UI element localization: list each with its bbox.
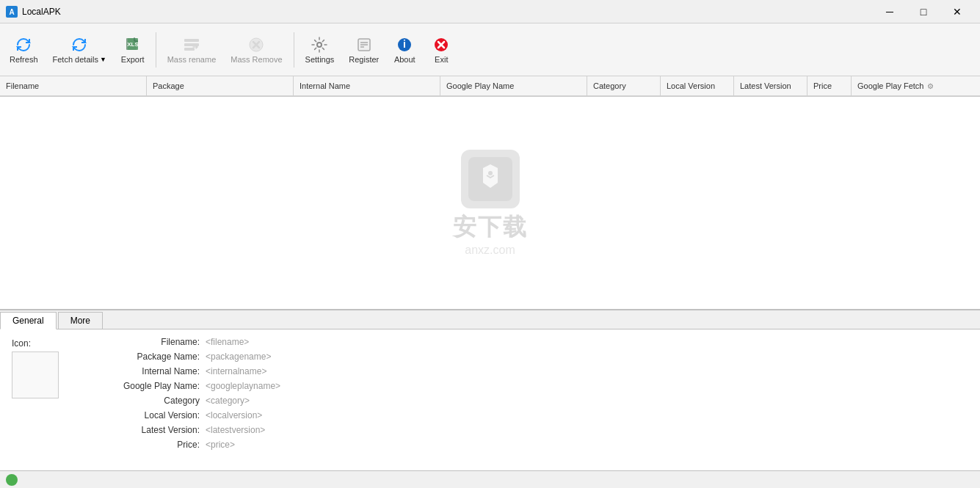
- main-table-area[interactable]: 安下载 anxz.com: [0, 97, 980, 309]
- watermark-subtext: anxz.com: [465, 244, 515, 257]
- tab-general[interactable]: General: [0, 312, 57, 329]
- field-label-internal: Internal Name:: [82, 365, 200, 378]
- mass-remove-button[interactable]: Mass Remove: [224, 26, 288, 73]
- tabs-row: General More: [0, 310, 980, 329]
- tab-more[interactable]: More: [58, 312, 103, 329]
- svg-rect-5: [184, 39, 199, 42]
- field-label-local-version: Local Version:: [82, 409, 200, 422]
- svg-point-22: [488, 171, 493, 175]
- about-button[interactable]: i About: [387, 26, 422, 73]
- field-value-package: <packagename>: [206, 350, 968, 363]
- field-label-price: Price:: [82, 438, 200, 451]
- settings-label: Settings: [305, 55, 335, 64]
- detail-panel: Icon: Filename: <filename> Package Name:…: [0, 329, 980, 470]
- export-button[interactable]: XLS Export: [115, 26, 151, 73]
- field-label-googleplay: Google Play Name:: [82, 379, 200, 393]
- about-icon: i: [396, 36, 413, 54]
- settings-icon: [311, 36, 328, 54]
- mass-remove-label: Mass Remove: [231, 55, 282, 64]
- title-bar: A LocalAPK ─ □ ✕: [0, 0, 980, 23]
- exit-icon: [432, 36, 450, 54]
- field-value-googleplay: <googleplayname>: [206, 379, 968, 393]
- col-latest-version[interactable]: Latest Version: [734, 76, 807, 95]
- col-price[interactable]: Price: [807, 76, 852, 95]
- field-label-filename: Filename:: [82, 335, 200, 349]
- icon-placeholder: [12, 352, 59, 398]
- icon-label: Icon:: [12, 338, 31, 349]
- refresh-button[interactable]: Refresh: [3, 26, 45, 73]
- status-bar: [0, 470, 980, 488]
- mass-rename-icon: [183, 36, 200, 54]
- register-label: Register: [349, 55, 379, 64]
- register-icon: [355, 36, 373, 54]
- svg-text:i: i: [403, 38, 406, 50]
- field-value-latest-version: <latestversion>: [206, 423, 968, 437]
- sort-icon: ⚙: [927, 82, 934, 90]
- field-value-price: <price>: [206, 438, 968, 451]
- export-icon: XLS: [124, 36, 142, 54]
- toolbar-separator-1: [156, 32, 156, 68]
- field-value-filename: <filename>: [206, 335, 968, 349]
- fetch-details-button[interactable]: Fetch details ▼: [46, 26, 113, 73]
- col-package[interactable]: Package: [147, 76, 294, 95]
- minimize-button[interactable]: ─: [873, 0, 907, 23]
- title-bar-left: A LocalAPK: [6, 6, 61, 18]
- export-label: Export: [121, 55, 145, 64]
- svg-rect-7: [184, 48, 195, 51]
- close-button[interactable]: ✕: [940, 0, 974, 23]
- app-title: LocalAPK: [22, 7, 61, 17]
- about-label: About: [394, 55, 415, 64]
- col-google-play-fetch[interactable]: Google Play Fetch ⚙: [852, 76, 980, 95]
- col-local-version[interactable]: Local Version: [661, 76, 734, 95]
- col-filename[interactable]: Filename: [0, 76, 147, 95]
- col-internal-name[interactable]: Internal Name: [294, 76, 440, 95]
- register-button[interactable]: Register: [342, 26, 385, 73]
- watermark: 安下载 anxz.com: [453, 150, 528, 257]
- watermark-icon: [461, 150, 520, 208]
- toolbar: Refresh Fetch details ▼ XLS Export: [0, 23, 980, 76]
- fetch-details-icon: [70, 36, 88, 54]
- detail-icon-area: Icon:: [12, 335, 70, 465]
- toolbar-separator-2: [294, 32, 294, 68]
- svg-text:XLS: XLS: [127, 41, 139, 48]
- bottom-panel: General More Icon: Filename: <filename> …: [0, 309, 980, 470]
- detail-fields: Filename: <filename> Package Name: <pack…: [82, 335, 968, 465]
- refresh-icon: [15, 36, 32, 54]
- title-bar-controls: ─ □ ✕: [873, 0, 974, 23]
- mass-remove-icon: [247, 36, 265, 54]
- exit-label: Exit: [435, 55, 448, 64]
- field-label-category: Category: [82, 394, 200, 407]
- fetch-details-label: Fetch details: [53, 55, 98, 64]
- watermark-text: 安下载: [453, 211, 528, 244]
- svg-point-11: [317, 43, 322, 47]
- refresh-label: Refresh: [10, 55, 38, 64]
- status-indicator: [6, 474, 18, 486]
- fetch-details-arrow: ▼: [100, 56, 106, 63]
- field-label-latest-version: Latest Version:: [82, 423, 200, 437]
- field-label-package: Package Name:: [82, 350, 200, 363]
- exit-button[interactable]: Exit: [424, 26, 459, 73]
- field-value-local-version: <localversion>: [206, 409, 968, 422]
- col-google-play-name[interactable]: Google Play Name: [440, 76, 587, 95]
- col-category[interactable]: Category: [587, 76, 661, 95]
- mass-rename-button[interactable]: Mass rename: [161, 26, 223, 73]
- app-icon: A: [6, 6, 18, 18]
- table-header: Filename Package Internal Name Google Pl…: [0, 76, 980, 97]
- field-value-internal: <internalname>: [206, 365, 968, 378]
- field-value-category: <category>: [206, 394, 968, 407]
- maximize-button[interactable]: □: [907, 0, 940, 23]
- settings-button[interactable]: Settings: [299, 26, 341, 73]
- svg-text:A: A: [9, 8, 14, 16]
- mass-rename-label: Mass rename: [167, 55, 217, 64]
